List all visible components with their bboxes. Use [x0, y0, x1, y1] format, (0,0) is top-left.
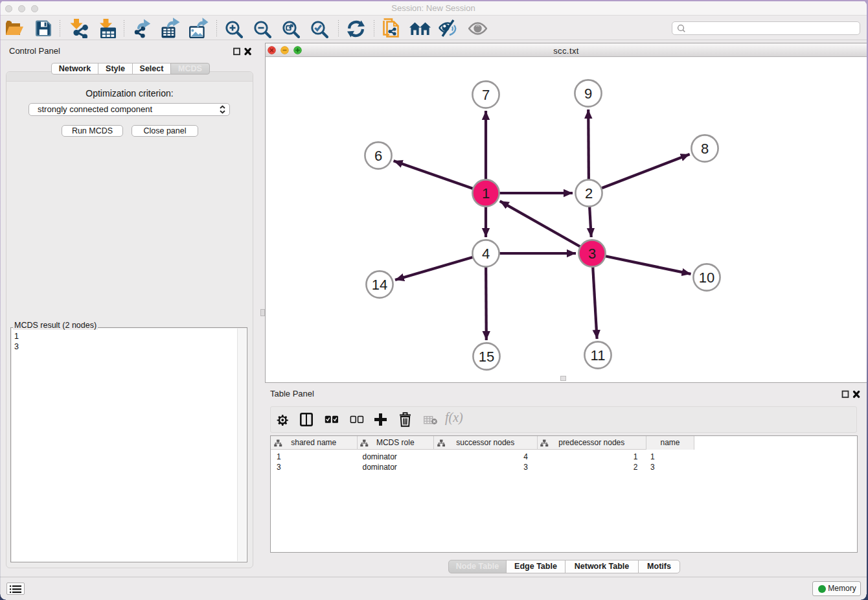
svg-text:6: 6	[374, 148, 382, 164]
svg-text:10: 10	[699, 270, 714, 286]
svg-text:15: 15	[479, 349, 494, 365]
svg-text:3: 3	[588, 246, 596, 262]
svg-text:2: 2	[585, 185, 593, 202]
svg-text:11: 11	[591, 347, 606, 363]
svg-text:1: 1	[482, 185, 490, 202]
svg-text:7: 7	[482, 87, 490, 103]
svg-text:14: 14	[372, 277, 387, 293]
svg-text:4: 4	[482, 246, 490, 262]
svg-text:9: 9	[584, 86, 592, 102]
svg-text:8: 8	[701, 141, 709, 157]
